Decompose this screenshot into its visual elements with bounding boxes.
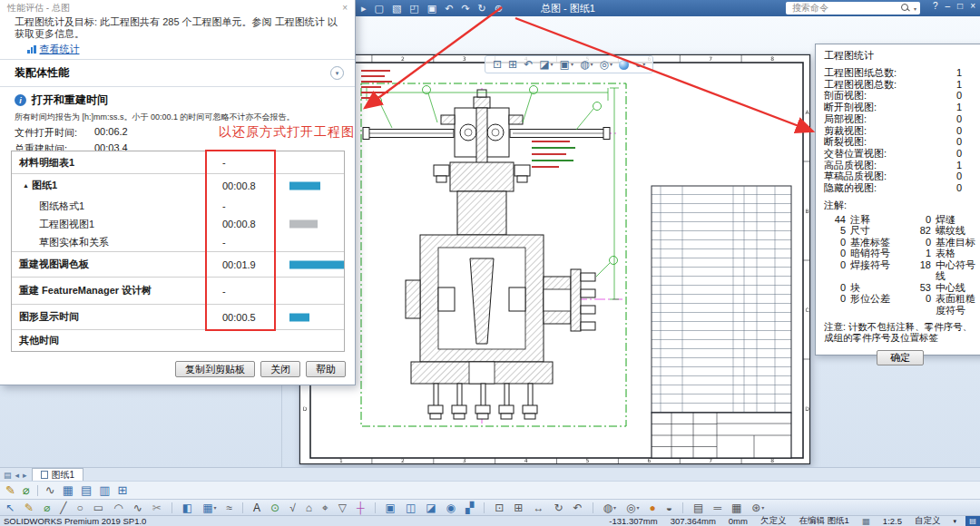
arc-icon[interactable]: ◠: [113, 502, 122, 513]
minimize-icon[interactable]: –: [946, 2, 951, 11]
bom-table-icon[interactable]: ▤: [81, 484, 92, 496]
zoom-area-icon[interactable]: ⊞: [508, 59, 517, 70]
restore-icon[interactable]: □: [957, 2, 963, 11]
search-dropdown-icon[interactable]: ▾: [914, 5, 916, 12]
new-file-icon[interactable]: ▢: [375, 4, 384, 14]
perf-table-row[interactable]: 重建视图调色板00:01.9: [12, 251, 344, 277]
parts-list-table[interactable]: [652, 186, 791, 413]
select-icon[interactable]: ↖: [5, 502, 15, 513]
trim-icon[interactable]: ✂: [152, 502, 162, 513]
circle-icon[interactable]: ○: [77, 502, 83, 513]
close-icon[interactable]: ×: [342, 3, 348, 13]
copy-to-clipboard-button[interactable]: 复制到剪贴板: [175, 361, 255, 377]
stats-row: 剪裁视图:0: [824, 125, 962, 137]
zoom-fit-icon[interactable]: ⊡: [493, 59, 502, 70]
detail-view-icon[interactable]: ◉: [446, 502, 456, 513]
projected-view-icon[interactable]: ◫: [406, 502, 416, 513]
hide-show-icon[interactable]: ◎▾: [626, 502, 640, 513]
scroll-right-icon[interactable]: ▸: [23, 472, 27, 480]
command-search-box[interactable]: 搜索命令 ▾: [786, 2, 920, 15]
options-icon[interactable]: ⊛▾: [751, 502, 764, 513]
perf-table-row[interactable]: 材料明细表1-: [12, 151, 344, 173]
drawing-sheet[interactable]: 1122334455667788 AABBCCDD: [290, 50, 817, 467]
sheet-properties-icon[interactable]: ▤: [4, 472, 12, 480]
perf-table-row[interactable]: 其他时间: [12, 329, 344, 351]
rebuild-time-table[interactable]: 材料明细表1-▲图纸100:00.8图纸格式1-工程图视图100:00.8草图实…: [11, 151, 345, 352]
smart-dimension-icon[interactable]: ⌀: [44, 502, 50, 513]
rebuild-icon[interactable]: ↻: [478, 4, 486, 14]
weld-symbol-icon[interactable]: ⌂: [306, 502, 312, 513]
redo-icon[interactable]: ↷: [461, 4, 469, 14]
zoom-area-icon[interactable]: ⊞: [514, 502, 523, 513]
centerline-icon[interactable]: ┼: [357, 502, 365, 513]
break-view-icon[interactable]: ▞: [466, 502, 474, 513]
hide-show-items-icon[interactable]: ◎▾: [599, 59, 612, 70]
save-icon[interactable]: ◰: [409, 4, 418, 14]
collapse-chevron-icon[interactable]: ▾: [330, 66, 344, 80]
edit-appearance-icon[interactable]: [619, 60, 629, 70]
datum-feature-icon[interactable]: ▽: [338, 502, 347, 513]
note-icon[interactable]: A: [253, 502, 260, 513]
model-view-icon[interactable]: ▣: [386, 502, 396, 513]
perf-table-row[interactable]: 图纸格式1-: [12, 197, 344, 215]
previous-view-icon[interactable]: ↶: [573, 502, 582, 513]
perf-table-row[interactable]: 重建 FeatureManager 设计树-: [12, 277, 344, 304]
edit-appearance-icon[interactable]: ●: [650, 502, 656, 513]
section-view-icon[interactable]: ◪▾: [539, 59, 553, 70]
perf-table-row[interactable]: ▲图纸100:00.8: [12, 173, 344, 197]
surface-finish-icon[interactable]: √: [289, 502, 296, 513]
previous-view-icon[interactable]: ↶: [524, 59, 533, 70]
scroll-left-icon[interactable]: ◂: [15, 472, 20, 480]
offset-icon[interactable]: ≈: [227, 502, 233, 513]
close-icon[interactable]: ×: [970, 2, 975, 11]
tag-icon[interactable]: ▤: [965, 516, 980, 526]
line-format-icon[interactable]: ═: [713, 502, 721, 513]
print-icon[interactable]: ▣: [427, 4, 436, 14]
revision-table-icon[interactable]: ▥: [99, 484, 110, 496]
linear-pattern-icon[interactable]: ▦▾: [202, 502, 216, 513]
display-style-icon[interactable]: ◍▾: [603, 502, 617, 513]
view-orientation-icon[interactable]: ▣▾: [560, 59, 573, 70]
ok-button[interactable]: 确定: [877, 350, 924, 365]
dialog-header[interactable]: 性能评估 - 总图 ×: [0, 0, 355, 15]
help-button[interactable]: 帮助: [306, 361, 346, 377]
smart-dimension-icon[interactable]: ⌀: [23, 484, 30, 496]
expand-icon[interactable]: ▲: [23, 182, 29, 189]
perf-table-row[interactable]: 工程图视图100:00.8: [12, 215, 344, 233]
zoom-fit-icon[interactable]: ⊡: [495, 502, 504, 513]
sheet-tab[interactable]: 图纸1: [32, 468, 84, 481]
pan-icon[interactable]: ↔: [533, 502, 544, 513]
search-icon[interactable]: [901, 4, 910, 13]
apply-scene-icon[interactable]: ◒: [666, 502, 672, 513]
blocks-icon[interactable]: ⊞: [118, 484, 128, 496]
line-icon[interactable]: ╱: [60, 502, 66, 513]
title-block: [652, 413, 791, 458]
geometric-tolerance-icon[interactable]: ⌖: [322, 502, 328, 513]
help-icon[interactable]: ?: [933, 2, 938, 11]
layer-icon[interactable]: ▤: [693, 502, 703, 513]
perf-table-row[interactable]: 图形显示时间00:00.5: [12, 304, 344, 329]
view-settings-icon[interactable]: ◒▾: [635, 59, 645, 70]
options-icon[interactable]: ⊛: [495, 4, 503, 14]
menu-arrow-icon[interactable]: ▸: [361, 4, 367, 14]
section-view-icon[interactable]: ◪: [426, 502, 436, 513]
close-button[interactable]: 关闭: [260, 361, 300, 377]
assembly-performance-section[interactable]: 装配体性能 ▾: [0, 62, 355, 84]
view-statistics-link[interactable]: 查看统计: [27, 43, 80, 56]
sketch-icon[interactable]: ✎: [24, 502, 34, 513]
general-table-icon[interactable]: ▦: [63, 484, 74, 496]
spline-icon[interactable]: ∿: [45, 484, 55, 496]
sketch-icon[interactable]: ✎: [5, 484, 15, 496]
undo-icon[interactable]: ↶: [445, 4, 453, 14]
grid-snap-icon[interactable]: ▦: [731, 502, 741, 513]
rotate-view-icon[interactable]: ↻: [554, 502, 563, 513]
display-style-icon[interactable]: ◍▾: [580, 59, 593, 70]
mirror-icon[interactable]: ◧: [182, 502, 192, 513]
rectangle-icon[interactable]: ▭: [93, 502, 103, 513]
divider: [0, 86, 355, 87]
dropdown-caret-icon[interactable]: ▾: [953, 518, 956, 525]
open-file-icon[interactable]: ▧: [392, 4, 401, 14]
spline-icon[interactable]: ∿: [133, 502, 142, 513]
perf-table-row[interactable]: 草图实体和关系-: [12, 233, 344, 251]
balloon-icon[interactable]: ⊙: [270, 502, 279, 513]
